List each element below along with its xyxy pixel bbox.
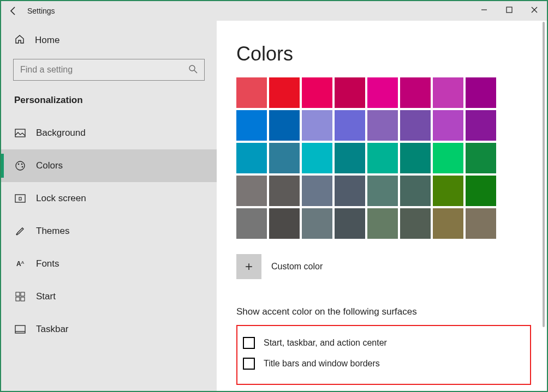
color-swatch[interactable] [466, 77, 496, 108]
close-button[interactable] [522, 1, 547, 19]
checkbox-icon [243, 358, 255, 370]
color-swatch[interactable] [335, 143, 365, 173]
back-button[interactable] [1, 1, 25, 21]
svg-rect-1 [507, 7, 512, 13]
color-swatch[interactable] [302, 110, 332, 141]
sidebar-item-label: Fonts [36, 258, 59, 269]
svg-rect-14 [21, 292, 25, 296]
sidebar-item-label: Lock screen [36, 193, 86, 204]
sidebar-home-label: Home [35, 35, 59, 46]
color-swatch[interactable] [433, 110, 463, 141]
color-swatch[interactable] [466, 176, 496, 206]
sidebar-item-label: Taskbar [36, 324, 69, 335]
color-swatch[interactable] [367, 77, 398, 108]
color-swatch[interactable] [269, 77, 300, 108]
color-swatch[interactable] [466, 110, 496, 141]
svg-rect-11 [15, 195, 25, 202]
svg-rect-17 [15, 325, 25, 333]
color-swatch[interactable] [302, 176, 332, 206]
home-icon [14, 34, 25, 47]
minimize-button[interactable] [472, 1, 497, 19]
color-swatch[interactable] [236, 143, 267, 173]
sidebar-item-taskbar[interactable]: Taskbar [1, 313, 217, 346]
checkbox-start-taskbar[interactable]: Start, taskbar, and action center [243, 333, 525, 353]
svg-point-4 [189, 65, 195, 71]
color-swatch[interactable] [335, 110, 365, 141]
page-title: Colors [236, 43, 547, 65]
color-swatch[interactable] [433, 208, 463, 239]
sidebar-item-label: Themes [36, 226, 69, 237]
window-controls [472, 1, 547, 19]
sidebar-item-fonts[interactable]: AA Fonts [1, 248, 217, 280]
sidebar-item-start[interactable]: Start [1, 280, 217, 313]
color-swatch[interactable] [269, 143, 300, 173]
lock-screen-icon [14, 194, 26, 203]
color-swatch[interactable] [466, 143, 496, 173]
color-swatch[interactable] [433, 77, 463, 108]
color-swatch[interactable] [335, 176, 365, 206]
search-wrap [13, 59, 205, 81]
brush-icon [14, 226, 26, 237]
content-pane: Colors + Custom color Show accent color … [217, 21, 547, 391]
color-swatch[interactable] [367, 143, 398, 173]
color-swatch[interactable] [400, 143, 431, 173]
titlebar: Settings [1, 1, 547, 21]
color-swatch[interactable] [302, 208, 332, 239]
palette-icon [14, 160, 26, 171]
sidebar: Home Personalization Background Colors L… [1, 21, 217, 391]
color-swatch[interactable] [236, 176, 267, 206]
checkbox-label: Start, taskbar, and action center [264, 338, 387, 348]
color-swatch[interactable] [335, 208, 365, 239]
color-swatch[interactable] [236, 110, 267, 141]
sidebar-item-themes[interactable]: Themes [1, 215, 217, 248]
svg-point-7 [16, 161, 25, 170]
sidebar-item-label: Colors [36, 160, 63, 171]
color-swatch[interactable] [236, 208, 267, 239]
arrow-left-icon [8, 6, 18, 16]
svg-rect-16 [21, 297, 25, 301]
taskbar-icon [14, 325, 26, 334]
svg-rect-15 [16, 297, 20, 301]
scrollbar[interactable] [543, 22, 545, 327]
color-swatch[interactable] [367, 176, 398, 206]
fonts-icon: AA [14, 260, 26, 268]
custom-color-row: + Custom color [236, 254, 547, 279]
custom-color-button[interactable]: + [236, 254, 261, 279]
color-swatch[interactable] [400, 110, 431, 141]
color-swatch[interactable] [433, 176, 463, 206]
accent-surfaces-label: Show accent color on the following surfa… [236, 306, 547, 317]
sidebar-item-background[interactable]: Background [1, 117, 217, 149]
color-swatch[interactable] [269, 208, 300, 239]
search-icon [188, 64, 198, 76]
svg-point-10 [22, 166, 23, 168]
svg-rect-13 [16, 292, 20, 296]
color-swatch[interactable] [400, 176, 431, 206]
checkbox-title-bars[interactable]: Title bars and window borders [243, 353, 525, 374]
sidebar-item-label: Background [36, 128, 86, 138]
picture-icon [14, 129, 26, 137]
color-swatch[interactable] [335, 77, 365, 108]
color-swatch[interactable] [400, 77, 431, 108]
color-swatch[interactable] [466, 208, 496, 239]
sidebar-item-colors[interactable]: Colors [1, 149, 217, 182]
search-input[interactable] [13, 59, 205, 81]
color-swatch[interactable] [236, 77, 267, 108]
sidebar-item-lock-screen[interactable]: Lock screen [1, 182, 217, 215]
start-icon [14, 292, 26, 301]
color-swatch[interactable] [269, 176, 300, 206]
custom-color-label: Custom color [271, 262, 323, 272]
color-swatch[interactable] [302, 77, 332, 108]
color-swatch[interactable] [367, 110, 398, 141]
color-swatch[interactable] [367, 208, 398, 239]
color-swatch[interactable] [269, 110, 300, 141]
checkbox-label: Title bars and window borders [264, 359, 380, 369]
sidebar-home[interactable]: Home [1, 26, 217, 55]
color-swatch[interactable] [433, 143, 463, 173]
plus-icon: + [245, 259, 253, 274]
color-swatch[interactable] [302, 143, 332, 173]
color-swatch[interactable] [400, 208, 431, 239]
color-grid [236, 77, 547, 239]
maximize-button[interactable] [497, 1, 522, 19]
highlight-box: Start, taskbar, and action center Title … [236, 325, 531, 385]
sidebar-group-title: Personalization [1, 93, 217, 117]
